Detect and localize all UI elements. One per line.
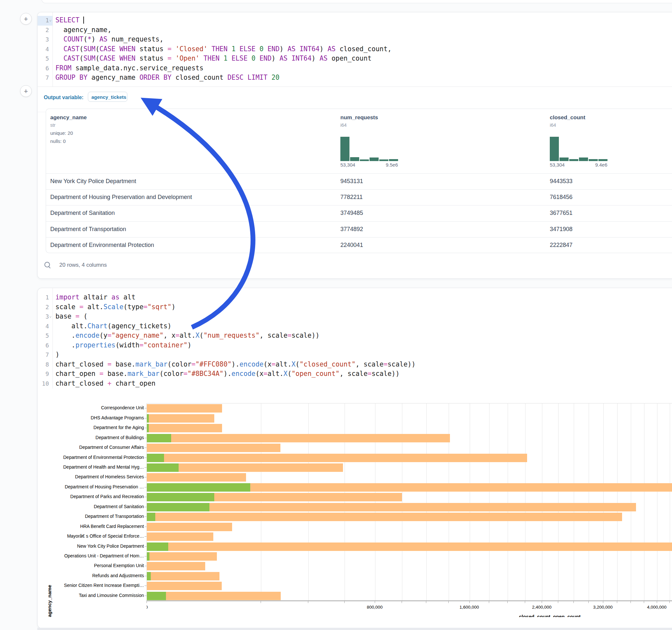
line-number: 1 xyxy=(38,16,49,25)
notebook-page: { "colors": { "arrow": "#2B57E0", "bar_c… xyxy=(0,0,672,630)
line-number: 4 xyxy=(38,321,49,331)
token: = xyxy=(144,303,147,311)
y-tick-label: Department of Parks and Recreation xyxy=(47,494,144,499)
token: status xyxy=(136,45,168,53)
axis-tick xyxy=(261,601,261,603)
python-code-editor[interactable]: 1import altair as alt2scale = alt.Scale(… xyxy=(38,288,672,389)
token: alt. xyxy=(275,360,291,368)
table-row[interactable]: New York City Police Department945313194… xyxy=(46,173,672,190)
code-line: 5 CAST(SUM(CASE WHEN status = 'Open' THE… xyxy=(38,54,672,64)
y-tick-label: DHS Advantage Programs xyxy=(47,415,144,420)
table-row[interactable]: Department of Sanitation37494853677651 xyxy=(46,205,672,221)
token: = xyxy=(264,370,267,378)
token: ( xyxy=(79,45,83,53)
y-tick-label: Department of Transportation xyxy=(47,514,144,519)
bar-closed-count xyxy=(147,414,214,422)
gridline xyxy=(426,404,427,601)
x-axis-title: closed_count, open_count xyxy=(519,614,581,617)
token: (x xyxy=(264,360,272,368)
bar-open-count xyxy=(147,503,210,511)
output-variable-pill[interactable]: agency_tickets xyxy=(88,92,127,102)
token: ) xyxy=(187,341,191,349)
column-header[interactable]: closed_counti64 xyxy=(550,109,585,128)
column-header[interactable]: agency_namestrunique: 20nulls: 0 xyxy=(50,109,87,144)
token xyxy=(267,74,271,81)
bar-closed-count xyxy=(147,562,205,571)
code-line: 8chart_closed = base.mark_bar(color="#FF… xyxy=(38,360,672,369)
gridline xyxy=(574,404,574,601)
axis-tick xyxy=(542,601,542,603)
code-line: 10chart_closed + chart_open xyxy=(38,379,672,389)
token: = xyxy=(383,360,387,368)
token: CAST xyxy=(64,54,79,62)
token: THEN xyxy=(203,54,219,62)
token: , x xyxy=(163,332,175,339)
token: CASE xyxy=(99,45,115,53)
table-row[interactable]: Department of Environmental Protection22… xyxy=(46,237,672,253)
token: X xyxy=(291,360,295,368)
token: = xyxy=(288,332,291,339)
axis-tick xyxy=(470,601,470,603)
token: CASE xyxy=(99,54,115,62)
token: + xyxy=(107,380,111,387)
token: 20 xyxy=(272,74,280,81)
token: scale)) xyxy=(291,332,319,339)
table-row[interactable]: Department of Housing Preservation and D… xyxy=(46,189,672,205)
token: "sqrt" xyxy=(147,303,171,311)
search-icon[interactable] xyxy=(44,262,51,269)
chevron-down-icon[interactable]: ˅ xyxy=(49,312,51,322)
add-cell-button-middle[interactable]: + xyxy=(20,85,32,97)
gridline xyxy=(375,404,376,601)
column-name: agency_name xyxy=(50,114,87,121)
y-tick-label: HRA Benefit Card Replacement xyxy=(47,524,144,529)
sql-code-editor[interactable]: 1˅SELECT 2 agency_name,3 COUNT(*) AS num… xyxy=(38,12,672,87)
chart-plot-area: 0800,0001,600,0002,400,0003,200,0004,000… xyxy=(146,403,672,617)
code-line: 1˅SELECT xyxy=(38,16,672,25)
token: 1 xyxy=(232,45,235,53)
bar-open-count xyxy=(147,463,178,472)
line-number: 6 xyxy=(38,64,49,73)
bar-closed-count xyxy=(147,503,636,511)
table-cell: 3774892 xyxy=(340,226,363,233)
table-row[interactable]: Department of Transportation377489234719… xyxy=(46,221,672,238)
bar-open-count xyxy=(147,542,168,551)
bar-closed-count xyxy=(147,473,246,482)
token: = xyxy=(168,54,171,62)
token: ) xyxy=(171,303,175,311)
code-text: alt.Chart(agency_tickets) xyxy=(55,321,171,331)
token: Chart xyxy=(88,322,107,330)
table-cell: New York City Police Department xyxy=(50,178,136,185)
code-line: 2 agency_name, xyxy=(38,25,672,35)
token: SELECT xyxy=(55,16,79,24)
histogram-bar xyxy=(579,158,588,161)
code-text: chart_closed = base.mark_bar(color="#FFC… xyxy=(55,360,415,369)
token: closed_count xyxy=(171,74,227,81)
token: , scale xyxy=(339,370,367,378)
token: ( xyxy=(296,360,299,368)
bar-closed-count xyxy=(147,542,672,551)
column-type: i64 xyxy=(340,122,378,128)
column-histogram xyxy=(550,137,607,161)
token xyxy=(227,45,232,53)
bar-open-count xyxy=(147,414,149,422)
token: (y xyxy=(99,332,107,339)
token: agency_name xyxy=(88,74,139,81)
table-cell: 9453131 xyxy=(340,178,363,185)
add-cell-button-top[interactable]: + xyxy=(20,13,32,25)
column-header[interactable]: num_requestsi64 xyxy=(340,109,378,128)
table-cell: Department of Environmental Protection xyxy=(50,242,154,248)
token: Scale xyxy=(103,303,123,311)
token: = xyxy=(272,360,275,368)
chevron-down-icon[interactable]: ˅ xyxy=(49,16,51,26)
token: "agency_name" xyxy=(112,332,163,339)
code-line: 5 .encode(y="agency_name", x=alt.X("num_… xyxy=(38,331,672,341)
token: encode xyxy=(240,360,264,368)
x-tick-label: 1,600,000 xyxy=(459,605,479,610)
table-cell: 7618456 xyxy=(550,194,573,201)
column-type: str xyxy=(50,122,87,128)
token: ( xyxy=(79,312,88,320)
token: DESC xyxy=(227,74,243,81)
table-cell: Department of Sanitation xyxy=(50,210,115,217)
token: AS xyxy=(288,45,296,53)
code-text: chart_open = base.mark_bar(color="#8BC34… xyxy=(55,369,400,379)
